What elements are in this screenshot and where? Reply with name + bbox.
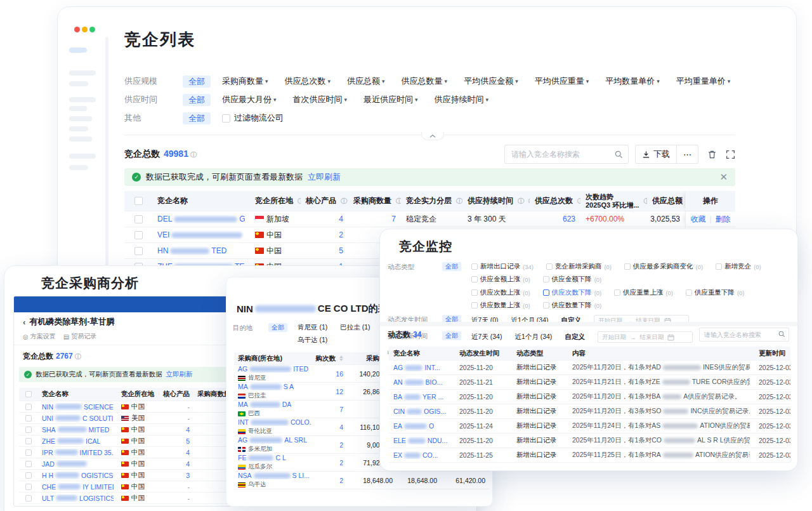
filter-checkbox-option[interactable]: 供应金额上涨(0) bbox=[471, 275, 530, 284]
filter-checkbox-option[interactable]: 供应重量下降(0) bbox=[686, 288, 745, 297]
purchase-times-cell[interactable]: 12 bbox=[315, 383, 347, 400]
filter-checkbox-option[interactable]: 新增出口记录(34) bbox=[471, 262, 534, 271]
col-buyer-count[interactable]: 采购商数量ⓘ bbox=[348, 191, 401, 211]
checkbox-icon[interactable] bbox=[25, 415, 32, 421]
filter-checkbox-option[interactable]: 供应次数上涨(0) bbox=[471, 288, 530, 297]
checkbox-icon[interactable] bbox=[716, 263, 722, 270]
col-core-products[interactable]: 核心产品ⓘ bbox=[159, 388, 193, 401]
col-purchaser[interactable]: 采购商(所在地) bbox=[234, 352, 315, 364]
filter-checkbox-option[interactable]: 竞企新增采购商(0) bbox=[546, 262, 612, 271]
checkbox-icon[interactable] bbox=[25, 438, 32, 444]
company-name-link[interactable]: ZHEICAL bbox=[42, 437, 100, 445]
col-name[interactable]: 竞企名称 bbox=[152, 191, 250, 211]
checkbox-icon[interactable] bbox=[471, 289, 478, 296]
filter-chip-all[interactable]: 全部 bbox=[442, 262, 461, 271]
core-products-cell[interactable]: 3 bbox=[159, 470, 193, 481]
col-name[interactable]: 竞企名称 bbox=[38, 388, 117, 401]
company-name-link[interactable]: INTCOLO... bbox=[238, 418, 311, 426]
company-name-link[interactable]: H HOGISTICS C... bbox=[42, 472, 114, 479]
filter-dropdown[interactable]: 最近供应时间▾ bbox=[363, 94, 418, 105]
table-row[interactable]: ELENDU...2025-11-20新增出口记录2025年11月20日，有1条… bbox=[389, 434, 790, 448]
checkbox-icon[interactable] bbox=[471, 276, 478, 282]
traffic-light-minimize-icon[interactable] bbox=[82, 27, 88, 32]
checkbox-icon[interactable] bbox=[624, 263, 631, 270]
filter-dropdown[interactable]: 供应总额▾ bbox=[347, 76, 385, 87]
checkbox-icon[interactable] bbox=[25, 449, 32, 456]
checkbox-icon[interactable] bbox=[471, 263, 478, 270]
core-products-cell[interactable]: 4 bbox=[159, 424, 193, 435]
table-row[interactable]: EAO2025-11-24新增出口记录2025年11月24日，有1条对ASATI… bbox=[389, 419, 790, 434]
col-name[interactable]: 竞企名称 bbox=[389, 347, 455, 360]
filter-chip-all[interactable]: 全部 bbox=[183, 76, 211, 88]
core-products-cell[interactable]: 5 bbox=[301, 243, 348, 258]
refresh-now-link[interactable]: 立即刷新 bbox=[166, 370, 193, 379]
company-name-link[interactable]: HNTED bbox=[157, 246, 226, 255]
filter-dropdown[interactable]: 供应总数量▾ bbox=[402, 76, 448, 87]
core-products-cell[interactable]: 4 bbox=[159, 458, 193, 469]
table-row[interactable]: BAYER ...2025-11-20新增出口记录2025年11月20日，有1条… bbox=[389, 390, 790, 404]
close-icon[interactable]: ✕ bbox=[719, 171, 728, 183]
checkbox-icon[interactable] bbox=[134, 247, 143, 255]
purchase-times-cell[interactable]: 2 bbox=[315, 472, 347, 489]
table-row[interactable]: NSAS LI...乌干达218,648.0018,648.0061,420.0… bbox=[234, 472, 489, 489]
filter-chip-all[interactable]: 全部 bbox=[183, 112, 211, 124]
company-name-link[interactable]: ANBIO... bbox=[393, 378, 442, 386]
back-icon[interactable]: ‹ bbox=[23, 317, 25, 327]
checkbox-icon[interactable] bbox=[471, 302, 478, 309]
filter-dropdown[interactable]: 平均重量单价▾ bbox=[676, 76, 731, 87]
filter-logistics-checkbox[interactable]: 过滤物流公司 bbox=[222, 112, 284, 124]
checkbox-icon[interactable] bbox=[25, 461, 32, 467]
filter-dropdown[interactable]: 供应最大月份▾ bbox=[222, 94, 277, 105]
company-name-link[interactable]: ULTLOGISTICS ... bbox=[42, 494, 114, 502]
filter-dropdown[interactable]: 供应持续时间▾ bbox=[435, 94, 489, 105]
col-country[interactable]: 竞企所在地ⓘ bbox=[117, 388, 159, 401]
core-products-cell[interactable]: 5 bbox=[159, 435, 193, 446]
core-products-cell[interactable]: 4 bbox=[301, 211, 348, 227]
col-activity-type[interactable]: 动态类型 bbox=[512, 347, 568, 360]
select-all-checkbox[interactable] bbox=[134, 197, 143, 205]
filter-checkbox-option[interactable]: 供应数量上涨(0) bbox=[471, 301, 530, 310]
checkbox-icon[interactable] bbox=[614, 289, 620, 296]
col-supply-duration[interactable]: 供应持续时间ⓘ bbox=[462, 191, 530, 211]
checkbox-icon[interactable] bbox=[222, 114, 230, 123]
delete-button[interactable] bbox=[707, 150, 717, 159]
company-name-link[interactable]: NINSCIENCE C... bbox=[42, 403, 114, 411]
purchase-times-cell[interactable]: 16 bbox=[315, 365, 347, 382]
company-name-link[interactable]: MAS A bbox=[238, 383, 294, 390]
checkbox-icon[interactable] bbox=[25, 484, 32, 490]
company-name-link[interactable]: IPRIMITED 35... bbox=[42, 449, 114, 456]
checkbox-icon[interactable] bbox=[25, 495, 32, 501]
col-updated[interactable]: 更新时间 bbox=[754, 347, 790, 360]
col-supply-times[interactable]: 供应总次数ⓘ bbox=[530, 191, 580, 211]
company-name-link[interactable]: EXCO... bbox=[393, 451, 438, 459]
checkbox-icon[interactable] bbox=[25, 427, 32, 433]
col-supply-amount[interactable]: 供应总额ⓘ bbox=[647, 191, 685, 211]
filter-dropdown[interactable]: 采购商数量▾ bbox=[222, 76, 268, 87]
col-times-trend[interactable]: 次数趋势2025Q3 环比增...ⓘ bbox=[580, 191, 647, 211]
company-name-link[interactable]: AGINT... bbox=[393, 364, 440, 371]
more-options-button[interactable]: ⋯ bbox=[677, 145, 698, 163]
checkbox-icon[interactable] bbox=[543, 302, 549, 309]
company-name-link[interactable]: JAD bbox=[42, 460, 89, 468]
company-name-link[interactable]: EAO bbox=[393, 422, 434, 430]
table-row[interactable]: AGINT...2025-11-20新增出口记录2025年11月20日，有1条对… bbox=[389, 361, 790, 375]
company-name-link[interactable]: SHAMITED bbox=[42, 426, 109, 434]
company-name-link[interactable]: MADA bbox=[238, 401, 291, 408]
sort-icon[interactable] bbox=[339, 355, 343, 361]
company-name-link[interactable]: FEC L bbox=[238, 454, 286, 461]
filter-checkbox-option[interactable]: 供应最多采购商变化(0) bbox=[624, 262, 703, 271]
checkbox-icon[interactable] bbox=[25, 472, 32, 479]
company-name-link[interactable]: VEIITED bbox=[157, 230, 245, 239]
checkbox-icon[interactable] bbox=[543, 276, 549, 282]
filter-option[interactable]: 近1个月 (34) bbox=[514, 333, 552, 342]
company-name-link[interactable]: UNIC SOLUTI... bbox=[42, 415, 114, 422]
trade-records-button[interactable]: ▤贸易记录 bbox=[63, 332, 96, 341]
buyer-count-cell[interactable]: 7 bbox=[348, 211, 401, 227]
filter-checkbox-option[interactable]: 供应重量上涨(0) bbox=[614, 288, 673, 297]
fullscreen-button[interactable] bbox=[726, 150, 735, 159]
refresh-now-link[interactable]: 立即刷新 bbox=[308, 171, 341, 183]
checkbox-icon[interactable] bbox=[134, 215, 143, 223]
company-name-link[interactable]: AGAL SRL bbox=[238, 436, 307, 444]
filter-option[interactable]: 巴拉圭 (1) bbox=[340, 323, 370, 332]
filter-option[interactable]: 乌干达 (1) bbox=[298, 336, 327, 345]
